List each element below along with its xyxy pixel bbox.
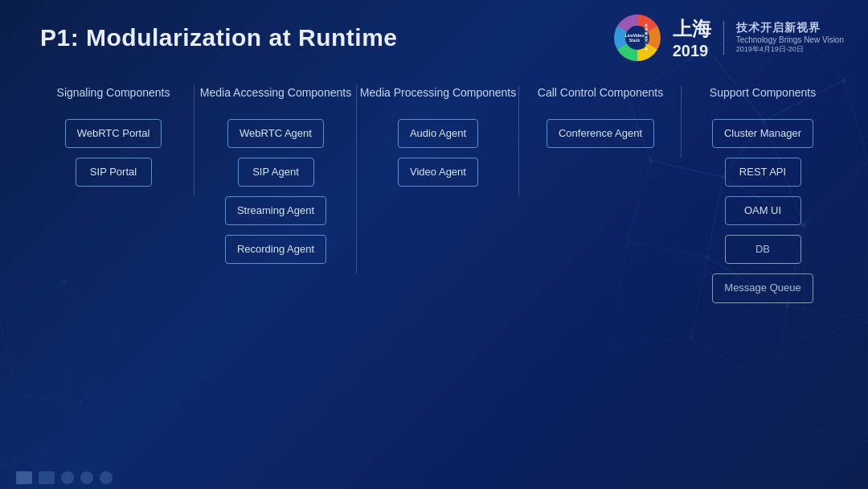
col-header-support: Support Components	[710, 85, 816, 101]
footer-icon-4[interactable]	[80, 471, 93, 484]
column-support: Support ComponentsCluster ManagerREST AP…	[682, 85, 844, 313]
box-support-4: Message Queue	[712, 273, 813, 302]
event-date: 2019年4月19日-20日	[736, 44, 844, 55]
box-signaling-1: SIP Portal	[76, 158, 152, 187]
col-header-media-processing: Media Processing Components	[360, 85, 517, 101]
tagline-cn: 技术开启新视界	[736, 21, 844, 35]
col-header-media-accessing: Media Accessing Components	[200, 85, 351, 101]
footer-icon-2[interactable]	[39, 471, 55, 484]
header: P1: Modularization at Runtime LiveVideoS…	[0, 0, 868, 69]
column-signaling: Signaling ComponentsWebRTC PortalSIP Por…	[32, 85, 194, 196]
box-signaling-0: WebRTC Portal	[65, 119, 162, 148]
main-content: Signaling ComponentsWebRTC PortalSIP Por…	[0, 69, 868, 466]
box-media-processing-1: Video Agent	[398, 158, 478, 187]
box-support-3: DB	[725, 235, 801, 264]
logo-details: 上海 2019	[673, 16, 711, 60]
column-media-processing: Media Processing ComponentsAudio AgentVi…	[357, 85, 519, 196]
box-support-1: REST API	[725, 158, 801, 187]
logo-inner-text: LiveVideoStack音视频技术大会	[625, 26, 649, 50]
box-media-accessing-1: SIP Agent	[238, 158, 314, 187]
conference-logo: LiveVideoStack音视频技术大会	[614, 14, 661, 61]
footer-icon-5[interactable]	[100, 471, 113, 484]
box-support-2: OAM UI	[725, 196, 801, 225]
tagline-area: 技术开启新视界 Technology Brings New Vision 201…	[723, 21, 844, 55]
box-call-control-0: Conference Agent	[547, 119, 654, 148]
box-media-accessing-0: WebRTC Agent	[227, 119, 324, 148]
col-header-call-control: Call Control Components	[538, 85, 663, 101]
logo-area: LiveVideoStack音视频技术大会 上海 2019 技术开启新视界 Te…	[614, 14, 844, 61]
page-title: P1: Modularization at Runtime	[40, 24, 398, 51]
city-label: 上海	[673, 16, 711, 42]
box-media-accessing-3: Recording Agent	[225, 235, 326, 264]
box-media-accessing-2: Streaming Agent	[225, 196, 326, 225]
column-call-control: Call Control ComponentsConference Agent	[519, 85, 682, 158]
column-media-accessing: Media Accessing ComponentsWebRTC AgentSI…	[194, 85, 357, 273]
footer-icon-3[interactable]	[61, 471, 74, 484]
box-support-0: Cluster Manager	[712, 119, 813, 148]
box-media-processing-0: Audio Agent	[398, 119, 478, 148]
footer-icon-1[interactable]	[16, 471, 32, 484]
year-label: 2019	[673, 42, 709, 60]
tagline-en: Technology Brings New Vision	[736, 35, 844, 44]
col-header-signaling: Signaling Components	[57, 85, 170, 101]
footer-toolbar	[0, 466, 868, 489]
